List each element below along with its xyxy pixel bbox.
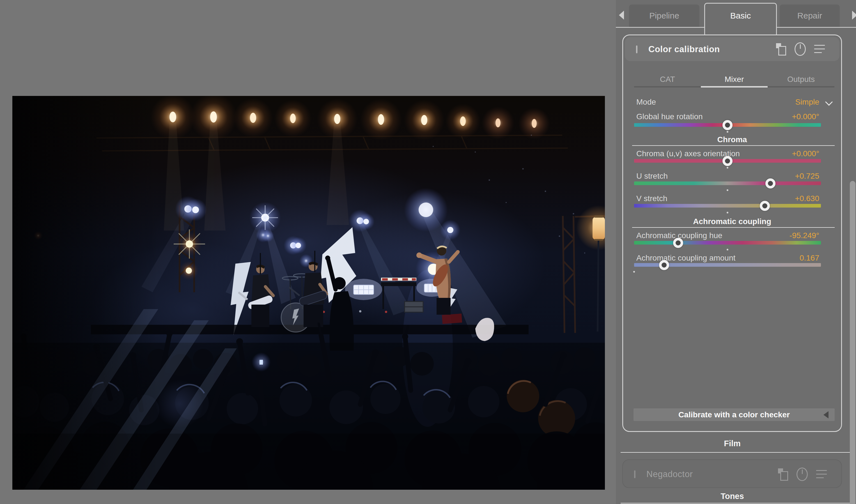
collapse-indicator-icon[interactable] xyxy=(634,470,636,478)
collapse-left-icon xyxy=(823,411,828,418)
section-chroma-line xyxy=(632,145,835,146)
slider-handle[interactable] xyxy=(723,156,733,166)
calibrate-color-checker-button[interactable]: Calibrate with a color checker xyxy=(634,408,835,421)
slider-value[interactable]: +0.000° xyxy=(792,112,819,121)
mode-value[interactable]: Simple xyxy=(795,97,819,107)
slider-value[interactable]: +0.725 xyxy=(795,172,819,181)
view-tab-mixer[interactable]: Mixer xyxy=(701,74,768,86)
mode-label: Mode xyxy=(636,97,656,107)
slider-default-dot xyxy=(727,189,728,191)
tab-basic[interactable]: Basic xyxy=(704,3,777,36)
slider-default-dot xyxy=(727,167,728,168)
tab-basic-label: Basic xyxy=(730,11,751,20)
panel-scrollbar[interactable] xyxy=(850,181,855,504)
slider-value[interactable]: +0.630 xyxy=(795,194,819,203)
tab-pipeline-label: Pipeline xyxy=(649,11,679,20)
color-calibration-header[interactable]: Color calibration xyxy=(625,37,839,61)
chroma-axes-orientation-slider[interactable] xyxy=(634,159,821,163)
section-achromatic-line xyxy=(632,227,835,228)
section-achromatic: Achromatic coupling xyxy=(623,217,841,226)
photo-canvas[interactable] xyxy=(12,96,605,490)
collapse-indicator-icon[interactable] xyxy=(636,46,638,53)
tabs-scroll-left-icon[interactable] xyxy=(619,11,624,20)
concert-photo xyxy=(12,96,605,490)
view-tab-cat[interactable]: CAT xyxy=(634,74,701,86)
slider-label: Global hue rotation xyxy=(636,112,703,121)
slider-value[interactable]: 0.167 xyxy=(800,254,819,263)
module-title: Color calibration xyxy=(648,44,720,54)
calibrate-button-label: Calibrate with a color checker xyxy=(678,410,790,419)
negadoctor-module[interactable]: Negadoctor xyxy=(622,460,842,488)
slider-handle[interactable] xyxy=(723,120,733,130)
duplicate-instance-icon[interactable] xyxy=(778,468,788,480)
global-hue-rotation-slider[interactable] xyxy=(634,123,821,127)
color-calibration-module: Color calibration CAT Mixer Outputs Mode… xyxy=(622,35,842,432)
slider-handle[interactable] xyxy=(765,178,775,188)
achromatic-coupling-amount-slider[interactable] xyxy=(634,263,821,267)
tabs-scroll-right-icon[interactable] xyxy=(852,11,856,20)
duplicate-instance-icon[interactable] xyxy=(776,43,786,55)
slider-default-dot xyxy=(727,212,728,213)
group-tones-line xyxy=(621,503,853,503)
reset-icon[interactable] xyxy=(795,42,806,56)
presets-menu-icon[interactable] xyxy=(816,469,827,479)
group-film-header: Film xyxy=(616,439,849,448)
slider-label: V stretch xyxy=(636,194,667,203)
presets-menu-icon[interactable] xyxy=(814,44,825,54)
slider-value[interactable]: +0.000° xyxy=(792,149,819,158)
tab-pipeline[interactable]: Pipeline xyxy=(629,4,699,27)
view-tab-outputs[interactable]: Outputs xyxy=(768,74,834,86)
tab-repair-label: Repair xyxy=(797,11,822,20)
slider-value[interactable]: -95.249° xyxy=(789,231,819,240)
slider-default-dot xyxy=(727,131,728,133)
group-film-line xyxy=(621,452,853,453)
darkroom-window: Pipeline Basic Repair Color calibration … xyxy=(0,0,856,504)
section-chroma: Chroma xyxy=(623,135,841,144)
v-stretch-slider[interactable] xyxy=(634,204,821,208)
module-title: Negadoctor xyxy=(646,469,693,479)
group-tones-header: Tones xyxy=(616,492,849,501)
slider-label: U stretch xyxy=(636,172,668,181)
slider-handle[interactable] xyxy=(659,260,669,270)
chevron-down-icon[interactable] xyxy=(825,98,833,106)
slider-default-dot xyxy=(633,271,635,273)
u-stretch-slider[interactable] xyxy=(634,181,821,185)
view-tabs-underline xyxy=(634,86,834,88)
slider-default-dot xyxy=(727,249,728,250)
slider-handle[interactable] xyxy=(760,201,770,211)
reset-icon[interactable] xyxy=(797,468,808,481)
achromatic-coupling-hue-slider[interactable] xyxy=(634,241,821,245)
slider-handle[interactable] xyxy=(673,238,683,248)
tab-repair[interactable]: Repair xyxy=(780,4,840,27)
slider-label: Achromatic coupling amount xyxy=(636,254,735,263)
